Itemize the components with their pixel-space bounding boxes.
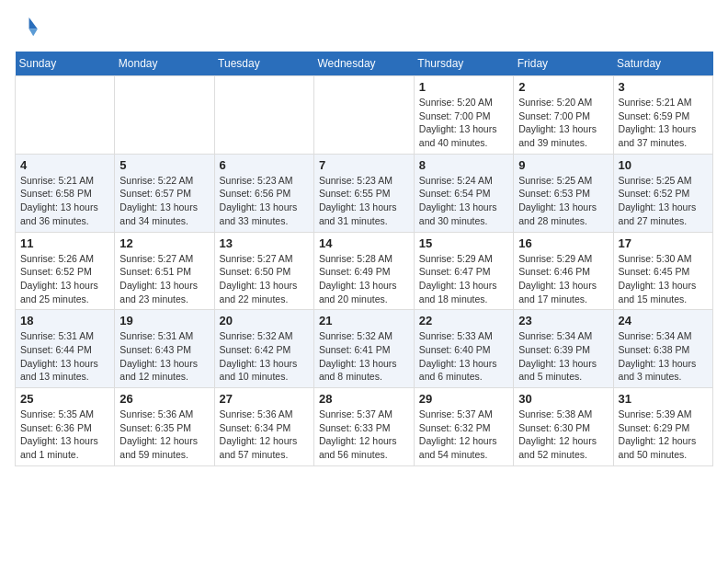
day-number: 8 (419, 158, 508, 172)
day-number: 25 (20, 392, 109, 406)
day-info: Sunrise: 5:28 AM Sunset: 6:49 PM Dayligh… (319, 252, 409, 306)
day-cell: 25Sunrise: 5:35 AM Sunset: 6:36 PM Dayli… (16, 388, 115, 466)
day-header-tuesday: Tuesday (214, 52, 313, 76)
day-cell: 24Sunrise: 5:34 AM Sunset: 6:38 PM Dayli… (613, 310, 712, 388)
day-header-friday: Friday (514, 52, 613, 76)
day-cell: 11Sunrise: 5:26 AM Sunset: 6:52 PM Dayli… (16, 232, 115, 310)
day-info: Sunrise: 5:38 AM Sunset: 6:30 PM Dayligh… (518, 408, 608, 462)
day-info: Sunrise: 5:34 AM Sunset: 6:39 PM Dayligh… (518, 329, 608, 384)
day-info: Sunrise: 5:39 AM Sunset: 6:29 PM Dayligh… (619, 408, 708, 462)
week-row-4: 18Sunrise: 5:31 AM Sunset: 6:44 PM Dayli… (16, 310, 713, 388)
day-info: Sunrise: 5:26 AM Sunset: 6:52 PM Dayligh… (20, 252, 109, 306)
day-info: Sunrise: 5:32 AM Sunset: 6:41 PM Dayligh… (319, 329, 409, 384)
day-info: Sunrise: 5:31 AM Sunset: 6:43 PM Dayligh… (119, 329, 209, 384)
day-cell: 13Sunrise: 5:27 AM Sunset: 6:50 PM Dayli… (214, 232, 313, 310)
day-number: 4 (20, 158, 109, 172)
day-number: 18 (20, 314, 109, 327)
day-cell: 14Sunrise: 5:28 AM Sunset: 6:49 PM Dayli… (313, 232, 414, 310)
day-number: 3 (619, 80, 708, 94)
day-cell: 30Sunrise: 5:38 AM Sunset: 6:30 PM Dayli… (514, 388, 613, 466)
day-info: Sunrise: 5:24 AM Sunset: 6:54 PM Dayligh… (419, 174, 508, 228)
day-cell: 12Sunrise: 5:27 AM Sunset: 6:51 PM Dayli… (115, 232, 214, 310)
day-cell: 28Sunrise: 5:37 AM Sunset: 6:33 PM Dayli… (313, 388, 414, 466)
day-cell: 19Sunrise: 5:31 AM Sunset: 6:43 PM Dayli… (115, 310, 214, 388)
day-cell: 20Sunrise: 5:32 AM Sunset: 6:42 PM Dayli… (214, 310, 313, 388)
day-number: 13 (220, 236, 309, 250)
week-row-1: 1Sunrise: 5:20 AM Sunset: 7:00 PM Daylig… (16, 76, 713, 155)
day-info: Sunrise: 5:33 AM Sunset: 6:40 PM Dayligh… (419, 329, 508, 384)
week-row-2: 4Sunrise: 5:21 AM Sunset: 6:58 PM Daylig… (16, 154, 713, 232)
day-info: Sunrise: 5:37 AM Sunset: 6:33 PM Dayligh… (319, 408, 409, 462)
day-info: Sunrise: 5:29 AM Sunset: 6:46 PM Dayligh… (518, 252, 608, 306)
day-number: 26 (119, 392, 209, 406)
day-cell: 9Sunrise: 5:25 AM Sunset: 6:53 PM Daylig… (514, 154, 613, 232)
day-info: Sunrise: 5:21 AM Sunset: 6:58 PM Dayligh… (20, 174, 109, 228)
day-info: Sunrise: 5:25 AM Sunset: 6:52 PM Dayligh… (619, 174, 708, 228)
day-header-saturday: Saturday (613, 52, 712, 76)
day-cell: 8Sunrise: 5:24 AM Sunset: 6:54 PM Daylig… (414, 154, 513, 232)
day-cell: 1Sunrise: 5:20 AM Sunset: 7:00 PM Daylig… (414, 76, 513, 155)
day-number: 21 (319, 314, 409, 327)
day-number: 22 (419, 314, 508, 327)
day-cell: 21Sunrise: 5:32 AM Sunset: 6:41 PM Dayli… (313, 310, 414, 388)
day-number: 28 (319, 392, 409, 406)
day-cell (16, 76, 115, 155)
day-cell: 4Sunrise: 5:21 AM Sunset: 6:58 PM Daylig… (16, 154, 115, 232)
day-number: 20 (220, 314, 309, 327)
day-info: Sunrise: 5:27 AM Sunset: 6:50 PM Dayligh… (220, 252, 309, 306)
day-number: 19 (119, 314, 209, 327)
day-info: Sunrise: 5:25 AM Sunset: 6:53 PM Dayligh… (518, 174, 608, 228)
day-cell: 5Sunrise: 5:22 AM Sunset: 6:57 PM Daylig… (115, 154, 214, 232)
day-cell: 2Sunrise: 5:20 AM Sunset: 7:00 PM Daylig… (514, 76, 613, 155)
day-number: 23 (518, 314, 608, 327)
day-info: Sunrise: 5:29 AM Sunset: 6:47 PM Dayligh… (419, 252, 508, 306)
logo (15, 15, 44, 40)
day-number: 29 (419, 392, 508, 406)
page-header (15, 15, 713, 40)
day-cell: 7Sunrise: 5:23 AM Sunset: 6:55 PM Daylig… (313, 154, 414, 232)
day-info: Sunrise: 5:34 AM Sunset: 6:38 PM Dayligh… (619, 329, 708, 384)
svg-marker-1 (29, 29, 38, 37)
day-info: Sunrise: 5:32 AM Sunset: 6:42 PM Dayligh… (220, 329, 309, 384)
day-info: Sunrise: 5:35 AM Sunset: 6:36 PM Dayligh… (20, 408, 109, 462)
day-cell: 31Sunrise: 5:39 AM Sunset: 6:29 PM Dayli… (613, 388, 712, 466)
day-number: 11 (20, 236, 109, 250)
day-number: 9 (518, 158, 608, 172)
day-number: 31 (619, 392, 708, 406)
day-cell (214, 76, 313, 155)
day-cell: 15Sunrise: 5:29 AM Sunset: 6:47 PM Dayli… (414, 232, 513, 310)
day-cell: 3Sunrise: 5:21 AM Sunset: 6:59 PM Daylig… (613, 76, 712, 155)
day-info: Sunrise: 5:21 AM Sunset: 6:59 PM Dayligh… (619, 96, 708, 150)
day-header-thursday: Thursday (414, 52, 513, 76)
day-info: Sunrise: 5:30 AM Sunset: 6:45 PM Dayligh… (619, 252, 708, 306)
day-cell: 22Sunrise: 5:33 AM Sunset: 6:40 PM Dayli… (414, 310, 513, 388)
day-cell: 18Sunrise: 5:31 AM Sunset: 6:44 PM Dayli… (16, 310, 115, 388)
day-cell (115, 76, 214, 155)
day-number: 17 (619, 236, 708, 250)
svg-marker-0 (29, 17, 38, 29)
day-info: Sunrise: 5:31 AM Sunset: 6:44 PM Dayligh… (20, 329, 109, 384)
day-cell: 29Sunrise: 5:37 AM Sunset: 6:32 PM Dayli… (414, 388, 513, 466)
day-info: Sunrise: 5:36 AM Sunset: 6:35 PM Dayligh… (119, 408, 209, 462)
day-cell: 17Sunrise: 5:30 AM Sunset: 6:45 PM Dayli… (613, 232, 712, 310)
day-cell: 23Sunrise: 5:34 AM Sunset: 6:39 PM Dayli… (514, 310, 613, 388)
day-number: 27 (220, 392, 309, 406)
day-number: 12 (119, 236, 209, 250)
day-cell: 6Sunrise: 5:23 AM Sunset: 6:56 PM Daylig… (214, 154, 313, 232)
day-cell: 26Sunrise: 5:36 AM Sunset: 6:35 PM Dayli… (115, 388, 214, 466)
day-number: 1 (419, 80, 508, 94)
header-row: SundayMondayTuesdayWednesdayThursdayFrid… (16, 52, 713, 76)
day-number: 5 (119, 158, 209, 172)
day-number: 2 (518, 80, 608, 94)
day-header-sunday: Sunday (16, 52, 115, 76)
day-cell: 10Sunrise: 5:25 AM Sunset: 6:52 PM Dayli… (613, 154, 712, 232)
day-info: Sunrise: 5:37 AM Sunset: 6:32 PM Dayligh… (419, 408, 508, 462)
day-info: Sunrise: 5:23 AM Sunset: 6:56 PM Dayligh… (220, 174, 309, 228)
week-row-5: 25Sunrise: 5:35 AM Sunset: 6:36 PM Dayli… (16, 388, 713, 466)
day-number: 30 (518, 392, 608, 406)
day-info: Sunrise: 5:36 AM Sunset: 6:34 PM Dayligh… (220, 408, 309, 462)
day-cell: 27Sunrise: 5:36 AM Sunset: 6:34 PM Dayli… (214, 388, 313, 466)
day-info: Sunrise: 5:20 AM Sunset: 7:00 PM Dayligh… (419, 96, 508, 150)
day-cell (313, 76, 414, 155)
day-number: 14 (319, 236, 409, 250)
